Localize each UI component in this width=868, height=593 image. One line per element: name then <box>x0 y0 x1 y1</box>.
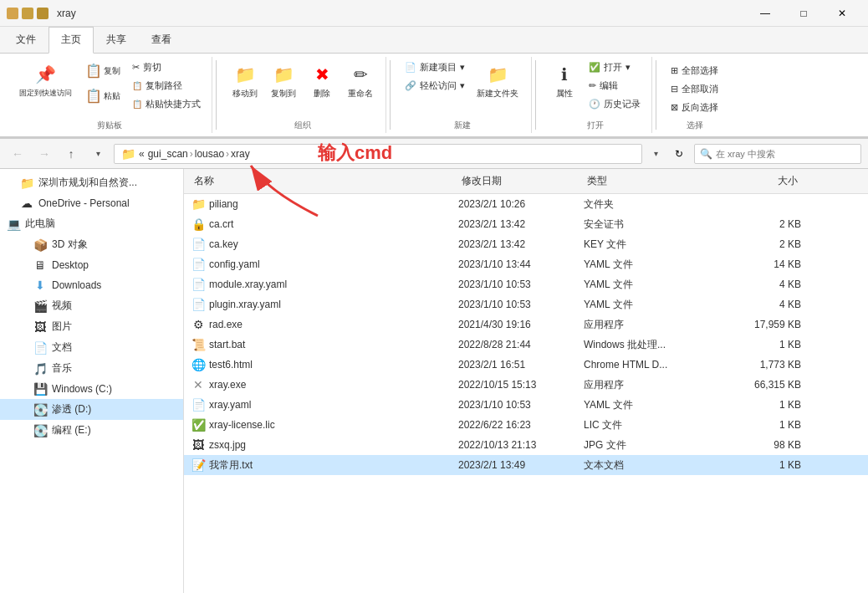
invert-selection-button[interactable]: ⊠ 反向选择 <box>666 99 722 116</box>
col-header-type[interactable]: 类型 <box>584 172 717 190</box>
cut-button[interactable]: ✂ 剪切 <box>128 59 205 76</box>
recent-button[interactable]: ▾ <box>87 144 109 164</box>
sidebar-item-music[interactable]: 🎵 音乐 <box>0 358 183 379</box>
rename-button[interactable]: ✏ 重命名 <box>342 59 379 104</box>
copyto-icon: 📁 <box>272 63 295 86</box>
folder-icon1 <box>7 8 18 19</box>
table-row[interactable]: ⚙ rad.exe 2021/4/30 19:16 应用程序 17,959 KB <box>184 314 868 335</box>
history-button[interactable]: 🕐 历史记录 <box>585 95 645 113</box>
tab-file[interactable]: 文件 <box>3 27 49 53</box>
table-row[interactable]: ✅ xray-license.lic 2022/6/22 16:23 LIC 文… <box>184 415 868 435</box>
file-type-xraylicense: LIC 文件 <box>584 418 717 432</box>
file-type-cakey: KEY 文件 <box>584 238 717 252</box>
file-name-xrayexe: ✕ xray.exe <box>191 377 458 392</box>
pin-quick-access-button[interactable]: 📌 固定到快速访问 <box>13 59 78 103</box>
file-name-cacrt: 🔒 ca.crt <box>191 217 458 232</box>
col-header-name[interactable]: 名称 <box>191 172 458 190</box>
file-type-wochang: 文本文档 <box>584 458 717 473</box>
table-row[interactable]: 📄 ca.key 2023/2/1 13:42 KEY 文件 2 KB <box>184 234 868 254</box>
col-header-size[interactable]: 大小 <box>717 172 801 190</box>
maximize-button[interactable]: □ <box>784 0 823 27</box>
file-type-start: Windows 批处理... <box>584 338 717 352</box>
copy-to-button[interactable]: 📁 复制到 <box>265 59 302 104</box>
copy-button[interactable]: 📋 复制 <box>79 59 126 83</box>
address-bar: ← → ↑ ▾ 📁 « gui_scan › lousao › xray ▾ ↻… <box>0 139 868 169</box>
sidebar-item-shenzhen[interactable]: 📁 深圳市规划和自然资... <box>0 172 183 193</box>
file-name-piliang: 📁 piliang <box>191 197 458 212</box>
tab-home[interactable]: 主页 <box>49 27 94 54</box>
file-size-xrayexe: 66,315 KB <box>717 379 801 391</box>
close-button[interactable]: ✕ <box>823 0 861 27</box>
path-dropdown[interactable]: ▾ <box>647 144 664 164</box>
cert-icon: 🔒 <box>191 217 206 232</box>
select-all-button[interactable]: ⊞ 全部选择 <box>666 62 722 79</box>
col-header-date[interactable]: 修改日期 <box>458 172 584 190</box>
table-row[interactable]: 📜 start.bat 2022/8/28 21:44 Windows 批处理.… <box>184 335 868 355</box>
file-name-rad: ⚙ rad.exe <box>191 317 458 332</box>
forward-button[interactable]: → <box>33 144 55 164</box>
table-row[interactable]: 🖼 zsxq.jpg 2022/10/13 21:13 JPG 文件 98 KB <box>184 435 868 455</box>
minimize-button[interactable]: — <box>746 0 784 27</box>
sidebar-item-e-drive[interactable]: 💽 编程 (E:) <box>0 420 183 441</box>
sidebar-item-c-drive[interactable]: 💾 Windows (C:) <box>0 379 183 399</box>
sidebar-item-desktop[interactable]: 🖥 Desktop <box>0 255 183 275</box>
table-row[interactable]: ✕ xray.exe 2022/10/15 15:13 应用程序 66,315 … <box>184 375 868 395</box>
table-row[interactable]: 🌐 test6.html 2023/2/1 16:51 Chrome HTML … <box>184 355 868 375</box>
table-row[interactable]: 🔒 ca.crt 2023/2/1 13:42 安全证书 2 KB <box>184 214 868 234</box>
sidebar-folder-icon-shenzhen: 📁 <box>20 176 33 190</box>
table-row[interactable]: 📄 module.xray.yaml 2023/1/10 10:53 YAML … <box>184 274 868 294</box>
table-row[interactable]: 📄 xray.yaml 2023/1/10 10:53 YAML 文件 1 KB <box>184 395 868 415</box>
ribbon-sep1 <box>216 60 217 130</box>
move-to-button[interactable]: 📁 移动到 <box>227 59 263 104</box>
sidebar-item-onedrive[interactable]: ☁ OneDrive - Personal <box>0 193 183 213</box>
file-size-module: 4 KB <box>717 279 801 290</box>
back-button[interactable]: ← <box>7 144 28 164</box>
window-title: xray <box>57 8 76 19</box>
copy-path-button[interactable]: 📋 复制路径 <box>128 77 205 95</box>
paste-button[interactable]: 📋 粘贴 <box>79 84 126 108</box>
file-size-start: 1 KB <box>717 339 801 350</box>
search-input[interactable] <box>716 149 855 159</box>
address-path[interactable]: 📁 « gui_scan › lousao › xray <box>114 144 642 164</box>
ribbon-tabs: 文件 主页 共享 查看 <box>0 27 868 54</box>
paste-shortcut-button[interactable]: 📋 粘贴快捷方式 <box>128 95 205 113</box>
file-date-zsxq: 2022/10/13 21:13 <box>458 439 584 451</box>
table-row[interactable]: 📄 config.yaml 2023/1/10 13:44 YAML 文件 14… <box>184 254 868 274</box>
refresh-button[interactable]: ↻ <box>669 144 689 164</box>
rename-icon: ✏ <box>349 63 372 86</box>
ribbon-sep3 <box>535 60 536 130</box>
new-folder-button[interactable]: 📁 新建文件夹 <box>471 59 524 104</box>
table-row[interactable]: 📄 plugin.xray.yaml 2023/1/10 10:53 YAML … <box>184 294 868 314</box>
search-icon: 🔍 <box>700 148 712 160</box>
edit-button[interactable]: ✏ 编辑 <box>585 77 645 95</box>
sidebar-item-pictures[interactable]: 🖼 图片 <box>0 316 183 337</box>
properties-button[interactable]: ℹ 属性 <box>546 59 583 104</box>
open-file-button[interactable]: ✅ 打开 ▾ <box>585 59 645 76</box>
path-sep-3: › <box>226 148 229 160</box>
file-name-xrayyaml: 📄 xray.yaml <box>191 397 458 412</box>
new-item-button[interactable]: 📄 新建项目 ▾ <box>401 59 469 76</box>
sidebar-item-videos[interactable]: 🎬 视频 <box>0 295 183 316</box>
delete-button[interactable]: ✖ 删除 <box>304 59 340 104</box>
sidebar-item-3dobjects[interactable]: 📦 3D 对象 <box>0 234 183 255</box>
table-row[interactable]: 📝 我常用.txt 2023/2/1 13:49 文本文档 1 KB <box>184 455 868 475</box>
sidebar-downloads-icon: ⬇ <box>33 279 47 292</box>
up-button[interactable]: ↑ <box>60 144 82 164</box>
deselect-all-button[interactable]: ⊟ 全部取消 <box>666 80 722 98</box>
file-size-cacrt: 2 KB <box>717 218 801 230</box>
file-type-module: YAML 文件 <box>584 278 717 292</box>
file-type-test6: Chrome HTML D... <box>584 359 717 371</box>
easy-access-button[interactable]: 🔗 轻松访问 ▾ <box>401 77 469 95</box>
tab-share[interactable]: 共享 <box>94 27 139 53</box>
tab-view[interactable]: 查看 <box>139 27 184 53</box>
file-size-rad: 17,959 KB <box>717 319 801 330</box>
sidebar-item-documents[interactable]: 📄 文档 <box>0 337 183 358</box>
table-row[interactable]: 📁 piliang 2023/2/1 10:26 文件夹 <box>184 194 868 214</box>
sidebar-c-icon: 💾 <box>33 382 47 396</box>
window-controls: — □ ✕ <box>746 0 861 27</box>
sidebar-item-downloads[interactable]: ⬇ Downloads <box>0 275 183 295</box>
sidebar-item-thispc[interactable]: 💻 此电脑 <box>0 213 183 234</box>
clipboard-col: 📋 复制 📋 粘贴 <box>79 59 126 108</box>
sidebar-item-d-drive[interactable]: 💽 渗透 (D:) <box>0 399 183 420</box>
yaml-icon-module: 📄 <box>191 277 206 292</box>
